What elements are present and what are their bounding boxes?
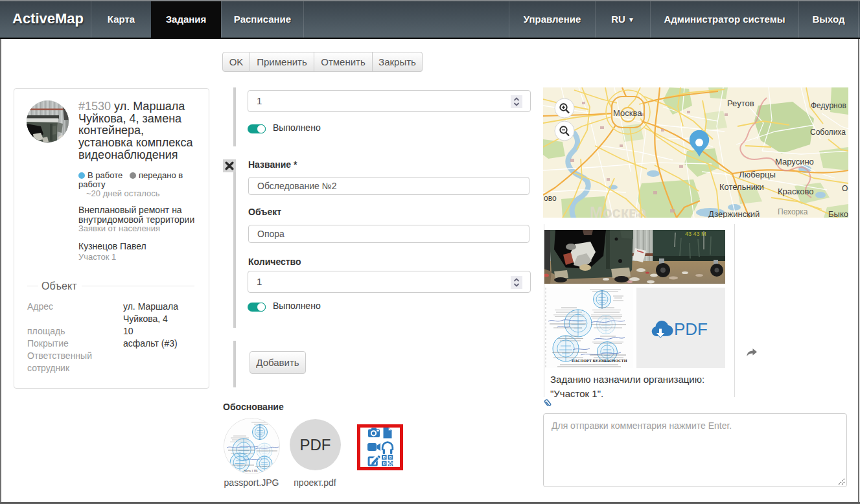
- svg-text:ПАСПОРТ БЕЗОПАСНОСТИ: ПАСПОРТ БЕЗОПАСНОСТИ: [572, 358, 627, 363]
- svg-text:Реутов: Реутов: [727, 98, 754, 108]
- svg-text:Федурнов: Федурнов: [811, 101, 846, 110]
- svg-text:Пехорка: Пехорка: [778, 207, 808, 216]
- svg-text:Часть 1 ПБ: Часть 1 ПБ: [244, 469, 258, 472]
- svg-text:ово: ово: [544, 194, 557, 203]
- svg-text:Быко: Быко: [828, 209, 848, 218]
- svg-text:Марусино: Марусино: [775, 157, 814, 166]
- svg-text:Котельники: Котельники: [719, 182, 764, 192]
- svg-text:Москва: Москва: [613, 108, 642, 118]
- svg-text:PDF: PDF: [674, 319, 708, 339]
- svg-text:Дзержинский: Дзержинский: [708, 209, 760, 218]
- svg-text:Соболиха: Соболиха: [810, 128, 846, 137]
- svg-text:Красково: Красково: [778, 187, 814, 196]
- svg-text:Люберцы: Люберцы: [739, 170, 776, 179]
- svg-text:Ос: Ос: [842, 184, 848, 193]
- svg-text:43 43 М: 43 43 М: [685, 231, 706, 237]
